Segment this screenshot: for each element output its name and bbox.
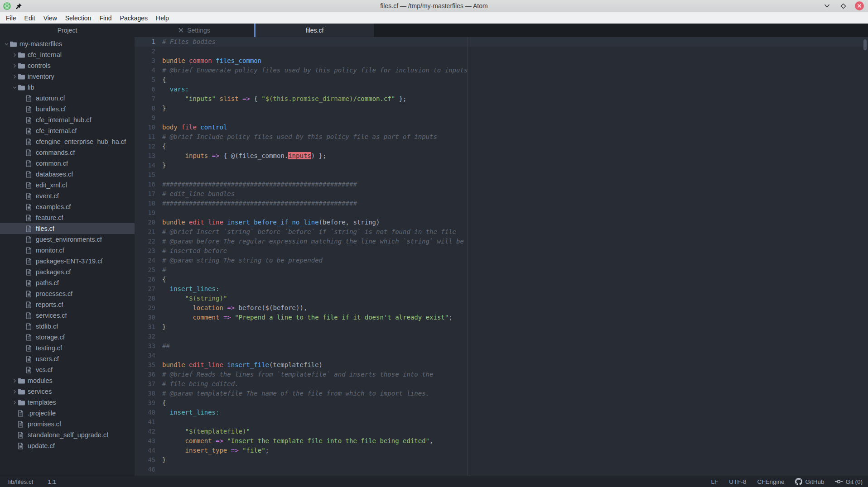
code-line-46[interactable]: 46 xyxy=(135,465,868,474)
code-line-9[interactable]: 9 xyxy=(135,113,868,123)
tree-item-templates[interactable]: templates xyxy=(0,397,135,408)
tree-item-users-cf[interactable]: users.cf xyxy=(0,353,135,364)
code-line-30[interactable]: 30 comment => "Prepend a line to the fil… xyxy=(135,313,868,322)
code-line-12[interactable]: 12{ xyxy=(135,142,868,151)
menu-view[interactable]: View xyxy=(39,13,61,23)
tree-item-databases-cf[interactable]: databases.cf xyxy=(0,169,135,180)
tree-item-promises-cf[interactable]: promises.cf xyxy=(0,419,135,430)
status-encoding[interactable]: UTF-8 xyxy=(729,478,746,485)
tree-item-standalone-self-upgrade-cf[interactable]: standalone_self_upgrade.cf xyxy=(0,430,135,440)
tree-item-services[interactable]: services xyxy=(0,386,135,397)
status-github[interactable]: GitHub xyxy=(795,478,824,485)
tab-settings[interactable]: Settings xyxy=(135,24,254,37)
tree-item-lib[interactable]: lib xyxy=(0,82,135,93)
code-line-34[interactable]: 34 xyxy=(135,351,868,360)
tree-item-storage-cf[interactable]: storage.cf xyxy=(0,332,135,343)
minimize-icon[interactable] xyxy=(822,1,832,11)
code-line-36[interactable]: 36# @brief Reads the lines from `templat… xyxy=(135,370,868,379)
menu-edit[interactable]: Edit xyxy=(20,13,39,23)
tree-item-cfe-internal[interactable]: cfe_internal xyxy=(0,49,135,60)
status-file-path[interactable]: lib/files.cf xyxy=(8,478,34,485)
editor-pane[interactable]: 1# Files bodies23bundle common files_com… xyxy=(135,37,868,476)
code-line-37[interactable]: 37# file being edited. xyxy=(135,379,868,389)
code-line-15[interactable]: 15 xyxy=(135,170,868,180)
code-line-29[interactable]: 29 location => before($(before)), xyxy=(135,303,868,313)
code-line-32[interactable]: 32 xyxy=(135,332,868,341)
tree-item-feature-cf[interactable]: feature.cf xyxy=(0,212,135,223)
code-line-27[interactable]: 27 insert_lines: xyxy=(135,284,868,294)
code-line-26[interactable]: 26{ xyxy=(135,275,868,284)
code-line-16[interactable]: 16######################################… xyxy=(135,180,868,189)
maximize-icon[interactable] xyxy=(839,1,848,11)
tree-item-modules[interactable]: modules xyxy=(0,375,135,386)
tree-item-processes-cf[interactable]: processes.cf xyxy=(0,288,135,299)
tree-item-cfe-internal-hub-cf[interactable]: cfe_internal_hub.cf xyxy=(0,115,135,125)
pin-icon[interactable] xyxy=(15,3,22,10)
status-git[interactable]: Git (0) xyxy=(835,478,863,485)
menu-packages[interactable]: Packages xyxy=(116,13,152,23)
code-line-41[interactable]: 41 xyxy=(135,417,868,427)
close-icon[interactable] xyxy=(855,1,864,10)
code-line-21[interactable]: 21# @brief Insert `string` before `befor… xyxy=(135,227,868,237)
chevron-right-icon[interactable] xyxy=(11,53,18,57)
chevron-right-icon[interactable] xyxy=(11,74,18,79)
code-line-3[interactable]: 3bundle common files_common xyxy=(135,56,868,66)
tree-item-bundles-cf[interactable]: bundles.cf xyxy=(0,104,135,115)
code-line-8[interactable]: 8} xyxy=(135,104,868,113)
menu-selection[interactable]: Selection xyxy=(61,13,96,23)
status-cursor-position[interactable]: 1:1 xyxy=(48,478,57,485)
code-line-23[interactable]: 23# inserted before xyxy=(135,246,868,256)
vertical-scrollbar[interactable] xyxy=(863,39,867,50)
code-line-38[interactable]: 38# @param templatefile The name of the … xyxy=(135,389,868,398)
tree-item-my-masterfiles[interactable]: my-masterfiles xyxy=(0,38,135,49)
tab-files-cf[interactable]: files.cf xyxy=(254,24,374,37)
chevron-right-icon[interactable] xyxy=(11,400,18,405)
tree-item-inventory[interactable]: inventory xyxy=(0,71,135,82)
tree-item-edit-xml-cf[interactable]: edit_xml.cf xyxy=(0,180,135,191)
code-line-39[interactable]: 39{ xyxy=(135,398,868,408)
tree-item-event-cf[interactable]: event.cf xyxy=(0,191,135,201)
code-line-2[interactable]: 2 xyxy=(135,47,868,56)
tree-item-cfe-internal-cf[interactable]: cfe_internal.cf xyxy=(0,125,135,136)
menu-find[interactable]: Find xyxy=(95,13,116,23)
code-line-18[interactable]: 18######################################… xyxy=(135,199,868,208)
code-line-31[interactable]: 31} xyxy=(135,322,868,332)
code-line-24[interactable]: 24# @param string The string to be prepe… xyxy=(135,256,868,265)
code-line-25[interactable]: 25# xyxy=(135,265,868,275)
tree-item-testing-cf[interactable]: testing.cf xyxy=(0,343,135,353)
tree-item-autorun-cf[interactable]: autorun.cf xyxy=(0,93,135,104)
tree-item-commands-cf[interactable]: commands.cf xyxy=(0,147,135,158)
tree-item-services-cf[interactable]: services.cf xyxy=(0,310,135,321)
tree-item-update-cf[interactable]: update.cf xyxy=(0,440,135,451)
code-line-28[interactable]: 28 "$(string)" xyxy=(135,294,868,303)
code-line-6[interactable]: 6 vars: xyxy=(135,85,868,94)
tree-item-paths-cf[interactable]: paths.cf xyxy=(0,277,135,288)
chevron-right-icon[interactable] xyxy=(11,389,18,394)
code-line-42[interactable]: 42 "$(templatefile)" xyxy=(135,427,868,436)
tree-item-common-cf[interactable]: common.cf xyxy=(0,158,135,169)
code-line-44[interactable]: 44 insert_type => "file"; xyxy=(135,446,868,455)
chevron-right-icon[interactable] xyxy=(11,63,18,68)
code-line-13[interactable]: 13 inputs => { @(files_common.inputs) }; xyxy=(135,151,868,161)
tree-item-vcs-cf[interactable]: vcs.cf xyxy=(0,364,135,375)
code-line-40[interactable]: 40 insert_lines: xyxy=(135,408,868,417)
code-line-11[interactable]: 11# @brief Include policy files used by … xyxy=(135,132,868,142)
tree-item--projectile[interactable]: .projectile xyxy=(0,408,135,419)
menu-help[interactable]: Help xyxy=(152,13,173,23)
code-line-45[interactable]: 45} xyxy=(135,455,868,465)
tree-item-examples-cf[interactable]: examples.cf xyxy=(0,201,135,212)
tree-item-controls[interactable]: controls xyxy=(0,60,135,71)
status-line-ending[interactable]: LF xyxy=(711,478,718,485)
tree-item-monitor-cf[interactable]: monitor.cf xyxy=(0,245,135,256)
code-line-43[interactable]: 43 comment => "Insert the template file … xyxy=(135,436,868,446)
code-line-7[interactable]: 7 "inputs" slist => { "$(this.promise_di… xyxy=(135,94,868,104)
tree-item-files-cf[interactable]: files.cf xyxy=(0,223,135,234)
chevron-down-icon[interactable] xyxy=(11,85,18,90)
code-line-33[interactable]: 33## xyxy=(135,341,868,351)
code-line-1[interactable]: 1# Files bodies xyxy=(135,37,868,47)
tree-item-reports-cf[interactable]: reports.cf xyxy=(0,299,135,310)
code-line-10[interactable]: 10body file control xyxy=(135,123,868,132)
code-line-17[interactable]: 17# edit_line bundles xyxy=(135,189,868,199)
tree-item-cfengine-enterprise-hub-ha-cf[interactable]: cfengine_enterprise_hub_ha.cf xyxy=(0,136,135,147)
chevron-right-icon[interactable] xyxy=(11,378,18,383)
